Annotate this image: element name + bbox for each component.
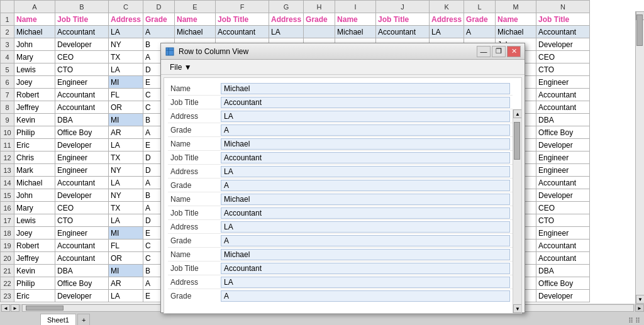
modal-titlebar[interactable]: Row to Column View — ❐ ✕ — [161, 43, 525, 60]
modal-dialog[interactable]: Row to Column View — ❐ ✕ File ▼ NameMich… — [160, 43, 525, 313]
h-scroll-thumb[interactable] — [26, 306, 64, 311]
cell: A — [464, 26, 496, 38]
row-number: 23 — [1, 290, 14, 302]
modal-row-label: Name — [170, 250, 221, 259]
modal-row-value: Michael — [221, 249, 510, 260]
row-number: 12 — [1, 151, 14, 164]
modal-row-value: Accountant — [221, 152, 510, 163]
cell: Robert — [14, 89, 55, 101]
cell: Accountant — [536, 177, 590, 189]
tab-scroll-right-button[interactable]: ► — [11, 304, 19, 312]
modal-row: AddressLA — [168, 109, 513, 123]
modal-row-label: Name — [170, 140, 221, 148]
cell: Engineer — [536, 76, 590, 89]
cell: Accountant — [55, 240, 109, 252]
cell: Kevin — [14, 114, 55, 126]
cell: LA — [269, 26, 304, 38]
row-number: 15 — [1, 189, 14, 202]
modal-menubar: File ▼ — [161, 60, 525, 75]
cell: NY — [109, 189, 143, 202]
scroll-down-button[interactable]: ▼ — [636, 295, 644, 304]
cell: MI — [109, 76, 143, 89]
modal-row: NameMichael — [168, 248, 513, 262]
row-number: 20 — [1, 252, 14, 265]
cell: Name — [175, 13, 216, 26]
h-scroll-right-button[interactable]: ► — [635, 304, 644, 312]
cell: Jeffrey — [14, 101, 55, 114]
cell: Mary — [14, 202, 55, 214]
cell: Jeffrey — [14, 252, 55, 265]
modal-row-value: LA — [221, 111, 510, 122]
cell: MI — [109, 227, 143, 240]
cell: LA — [109, 177, 143, 189]
row-number: 4 — [1, 51, 14, 63]
modal-row: Job TitleAccountant — [168, 262, 513, 275]
cell: Developer — [55, 290, 109, 302]
cell: LA — [109, 63, 143, 76]
spreadsheet-container: ABCDEFGHIJKLMN 1NameJob TitleAddressGrad… — [0, 0, 644, 325]
modal-title: Row to Column View — [179, 47, 475, 56]
modal-row: AddressLA — [168, 275, 513, 289]
cell: TX — [109, 151, 143, 164]
modal-row-label: Name — [170, 84, 221, 93]
modal-row-label: Job Title — [170, 264, 221, 273]
modal-row-label: Job Title — [170, 98, 221, 107]
tab-scroll-arrows: ◄ ► — [0, 304, 21, 312]
modal-close-button[interactable]: ✕ — [507, 46, 521, 57]
cell: Michael — [496, 26, 536, 38]
status-dots: ⠿ ⠿ — [628, 317, 640, 325]
cell: Address — [430, 13, 464, 26]
modal-scroll-down[interactable]: ▼ — [513, 304, 522, 313]
cell: CEO — [55, 51, 109, 63]
cell: Job Title — [55, 13, 109, 26]
cell: Office Boy — [536, 277, 590, 290]
col-header-N: N — [536, 1, 590, 13]
modal-row: NameMichael — [168, 137, 513, 151]
col-header-F: F — [216, 1, 269, 13]
tab-scroll-left-button[interactable]: ◄ — [1, 304, 10, 312]
modal-file-menu[interactable]: File ▼ — [165, 62, 197, 73]
modal-row: AddressLA — [168, 220, 513, 234]
modal-scroll-up[interactable]: ▲ — [513, 109, 522, 118]
cell: OR — [109, 101, 143, 114]
col-header-E: E — [175, 1, 216, 13]
cell: Developer — [536, 139, 590, 151]
vertical-scrollbar[interactable]: ▲ ▼ — [635, 11, 644, 304]
cell: Developer — [55, 139, 109, 151]
cell: NY — [109, 164, 143, 177]
cell: Job Title — [216, 13, 269, 26]
cell: Engineer — [536, 227, 590, 240]
cell: Job Title — [536, 13, 590, 26]
cell: AR — [109, 277, 143, 290]
cell: LA — [109, 26, 143, 38]
modal-scroll-thumb[interactable] — [514, 122, 520, 160]
sheet-tabs: Sheet1 + ⠿ ⠿ — [0, 312, 644, 325]
modal-scrollbar[interactable]: ▲ ▼ — [513, 109, 521, 313]
cell: Developer — [536, 38, 590, 51]
add-sheet-button[interactable]: + — [77, 314, 90, 325]
cell: OR — [109, 252, 143, 265]
modal-minimize-button[interactable]: — — [477, 46, 491, 57]
cell: Michael — [335, 26, 376, 38]
cell: Name — [14, 13, 55, 26]
modal-row-value: Michael — [221, 138, 510, 150]
cell: Philip — [14, 126, 55, 139]
cell: Kevin — [14, 265, 55, 277]
modal-restore-button[interactable]: ❐ — [492, 46, 506, 57]
col-header-M: M — [496, 1, 536, 13]
modal-row-value: Accountant — [221, 97, 510, 108]
row-number: 7 — [1, 89, 14, 101]
col-header-D: D — [143, 1, 175, 13]
corner-cell — [1, 1, 14, 13]
cell: CTO — [536, 214, 590, 227]
row-number: 14 — [1, 177, 14, 189]
cell: TX — [109, 202, 143, 214]
row-number: 18 — [1, 227, 14, 240]
row-number: 22 — [1, 277, 14, 290]
scroll-thumb[interactable] — [636, 14, 643, 46]
cell: Engineer — [55, 227, 109, 240]
sheet1-tab[interactable]: Sheet1 — [40, 314, 76, 325]
cell: Accountant — [536, 89, 590, 101]
cell: CEO — [536, 51, 590, 63]
modal-row-value: A — [221, 180, 510, 191]
